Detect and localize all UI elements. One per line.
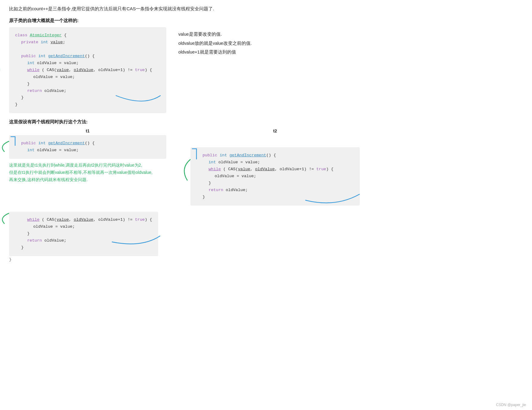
section1-title: 原子类的自增大概就是一个这样的:: [9, 18, 523, 24]
code-block-t1: public int getAndIncrement() { int oldVa…: [9, 135, 166, 159]
code-block-1-wrapper: class AtomicInteger { private int value;…: [9, 27, 166, 113]
t1-label: t1: [9, 129, 166, 133]
right-notes: value是需要改变的值. oldvalue放的就是value改变之前的值. o…: [178, 27, 252, 57]
t2-label: t2: [190, 129, 360, 133]
code-block-bottom-inner: while ( CAS(value, oldValue, oldValue+1)…: [9, 212, 158, 256]
section2-title: 这里假设有两个线程同时执行这个方法:: [9, 119, 523, 125]
green-annotation: 这里就是先是t1先执行到while,调度走后再由t2执行完代码这时value为2…: [9, 162, 166, 183]
code-block-t2-inner: public int getAndIncrement() { int oldVa…: [190, 147, 360, 206]
code-block-1: class AtomicInteger { private int value;…: [9, 27, 166, 113]
intro-text: 比如之前的count++是三条指令,使用它提供的方法后就只有CAS一条指令来实现…: [9, 6, 523, 12]
code-block-t1-inner: public int getAndIncrement() { int oldVa…: [9, 135, 166, 159]
code-block-t2: public int getAndIncrement() { int oldVa…: [190, 147, 360, 206]
code-block-bottom: while ( CAS(value, oldValue, oldValue+1)…: [9, 212, 158, 256]
bottom-section: while ( CAS(value, oldValue, oldValue+1)…: [9, 212, 523, 262]
